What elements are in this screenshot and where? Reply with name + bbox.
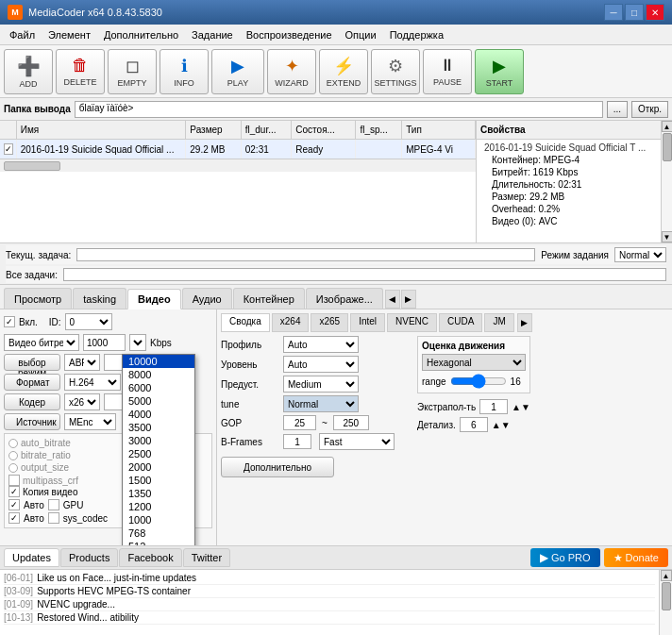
bottom-tab-updates[interactable]: Updates: [4, 548, 59, 567]
browse-button[interactable]: ...: [607, 101, 628, 118]
dropdown-item-5000[interactable]: 5000: [123, 394, 194, 408]
news-scroll-track[interactable]: [660, 581, 672, 635]
id-select[interactable]: 0: [65, 313, 112, 330]
multipass-checkbox[interactable]: [8, 475, 20, 486]
tab-audio[interactable]: Аудио: [182, 288, 232, 309]
menu-playback[interactable]: Воспроизведение: [241, 27, 338, 42]
bitrate-dropdown-trigger[interactable]: ▼: [129, 334, 146, 351]
close-button[interactable]: ✕: [646, 4, 664, 21]
bframes-type-select[interactable]: Fast: [319, 433, 395, 450]
scroll-down-button[interactable]: ▼: [662, 231, 673, 242]
bitrate-dropdown[interactable]: 10000 8000 6000 5000 4000 3500 3000 2500…: [122, 354, 195, 545]
gopro-button[interactable]: ▶ Go PRO: [530, 548, 600, 567]
tab-cuda[interactable]: CUDA: [439, 313, 482, 332]
play-button[interactable]: ▶ PLAY: [211, 49, 264, 94]
scroll-up-button[interactable]: ▲: [662, 121, 673, 132]
minimize-button[interactable]: ─: [604, 4, 623, 21]
bottom-tab-facebook[interactable]: Facebook: [119, 548, 181, 567]
news-scroll-up[interactable]: ▲: [661, 570, 672, 581]
tab-intel[interactable]: Intel: [350, 313, 385, 332]
dropdown-item-6000[interactable]: 6000: [123, 381, 194, 394]
auto-checkbox-1[interactable]: [8, 499, 20, 510]
tab-summary[interactable]: Сводка: [221, 313, 270, 332]
dropdown-item-1350[interactable]: 1350: [123, 487, 194, 500]
bitrate-type-select[interactable]: Видео битрей: [4, 334, 79, 351]
format-button[interactable]: Формат: [4, 374, 60, 391]
mode-button[interactable]: выбор режим: [4, 354, 60, 371]
mode-select[interactable]: Normal: [614, 247, 666, 262]
start-button[interactable]: ▶ START: [475, 49, 524, 94]
dropdown-item-10000[interactable]: 10000: [123, 355, 194, 368]
wizard-button[interactable]: ✦ WIZARD: [267, 49, 316, 94]
settings-button[interactable]: ⚙ SETTINGS: [371, 49, 420, 94]
bottom-tab-twitter[interactable]: Twitter: [183, 548, 230, 567]
menu-task[interactable]: Задание: [186, 27, 239, 42]
bitrate-input[interactable]: 1000: [83, 334, 126, 351]
copy-video-checkbox[interactable]: [8, 486, 20, 497]
tab-scroll-right[interactable]: ▶: [401, 290, 416, 309]
enable-checkbox[interactable]: [4, 316, 15, 327]
scroll-thumb[interactable]: [663, 133, 672, 161]
news-scroll-thumb[interactable]: [662, 582, 671, 610]
donate-button[interactable]: ★ Donate: [604, 548, 668, 567]
menu-options[interactable]: Опции: [340, 27, 382, 42]
open-folder-button[interactable]: Откр.: [631, 101, 668, 118]
source-select[interactable]: MEnc: [64, 413, 116, 430]
bitrate-ratio-radio-btn[interactable]: [8, 451, 18, 460]
format-select[interactable]: H.264: [64, 374, 121, 391]
range-slider[interactable]: [450, 374, 507, 389]
tab-x265[interactable]: x265: [311, 313, 348, 332]
file-checkbox[interactable]: [4, 143, 13, 155]
coder-select[interactable]: x264: [64, 393, 100, 410]
source-button[interactable]: Источник: [4, 413, 60, 430]
scroll-track[interactable]: [662, 132, 672, 231]
coder-button[interactable]: Кодер: [4, 393, 60, 410]
preset-select[interactable]: Medium: [283, 376, 359, 393]
table-row[interactable]: 2016-01-19 Suicide Squad Official ... 29…: [0, 140, 476, 159]
extend-button[interactable]: ⚡ EXTEND: [319, 49, 368, 94]
delete-button[interactable]: 🗑 DELETE: [56, 49, 105, 94]
dropdown-item-4000[interactable]: 4000: [123, 408, 194, 421]
motion-type-select[interactable]: Hexagonal: [422, 354, 526, 371]
dropdown-item-1200[interactable]: 1200: [123, 500, 194, 513]
dropdown-item-1500[interactable]: 1500: [123, 474, 194, 487]
dropdown-item-3500[interactable]: 3500: [123, 421, 194, 434]
vertical-scrollbar[interactable]: ▲ ▼: [661, 121, 672, 242]
advanced-button[interactable]: Дополнительно: [221, 457, 334, 477]
horizontal-scrollbar[interactable]: [0, 159, 476, 172]
pause-button[interactable]: ⏸ PAUSE: [423, 49, 472, 94]
gop-input1[interactable]: [283, 415, 316, 430]
dropdown-item-3000[interactable]: 3000: [123, 434, 194, 447]
empty-button[interactable]: ◻ EMPTY: [108, 49, 157, 94]
tab-scroll-left[interactable]: ◀: [385, 290, 400, 309]
tab-container[interactable]: Контейнер: [233, 288, 305, 309]
level-select[interactable]: Auto: [283, 356, 359, 373]
menu-file[interactable]: Файл: [4, 27, 41, 42]
menu-additional[interactable]: Дополнительно: [98, 27, 184, 42]
bottom-tab-products[interactable]: Products: [60, 548, 118, 567]
abr-select[interactable]: ABR: [64, 354, 100, 371]
info-button[interactable]: ℹ INFO: [160, 49, 209, 94]
auto-bitrate-radio-btn[interactable]: [8, 439, 18, 448]
dropdown-item-2000[interactable]: 2000: [123, 460, 194, 474]
tab-jm[interactable]: JM: [484, 313, 513, 332]
output-size-radio-btn[interactable]: [8, 463, 18, 473]
dropdown-item-768[interactable]: 768: [123, 526, 194, 540]
row-checkbox[interactable]: [0, 140, 17, 159]
add-button[interactable]: ➕ ADD: [4, 49, 53, 94]
auto-checkbox-2[interactable]: [8, 512, 20, 524]
tab-prosmotr[interactable]: Просмотр: [4, 288, 72, 309]
maximize-button[interactable]: □: [625, 4, 644, 21]
tab-video[interactable]: Видео: [127, 289, 181, 309]
scrollbar-thumb[interactable]: [4, 161, 60, 171]
detail-input[interactable]: [460, 417, 488, 432]
dropdown-item-512[interactable]: 512: [123, 540, 194, 545]
menu-support[interactable]: Поддержка: [384, 27, 449, 42]
dropdown-item-8000[interactable]: 8000: [123, 368, 194, 381]
tab-image[interactable]: Изображе...: [306, 288, 383, 309]
tab-tasking[interactable]: tasking: [73, 288, 126, 309]
tab-nvenc[interactable]: NVENC: [387, 313, 437, 332]
bframes-input[interactable]: [283, 434, 311, 449]
gpu-checkbox[interactable]: [48, 499, 59, 510]
tab-x264[interactable]: x264: [272, 313, 310, 332]
